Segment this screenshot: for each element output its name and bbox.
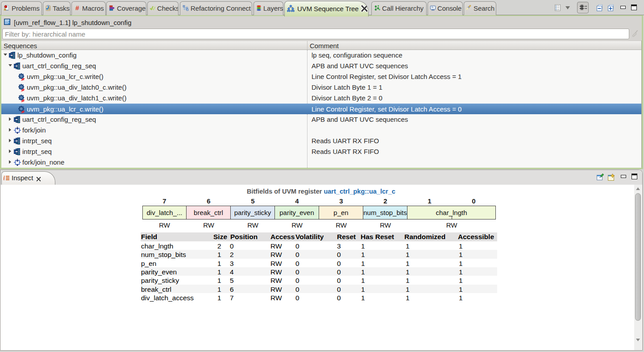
svg-text:#: # [75,5,79,11]
svg-text:i: i [4,175,5,181]
